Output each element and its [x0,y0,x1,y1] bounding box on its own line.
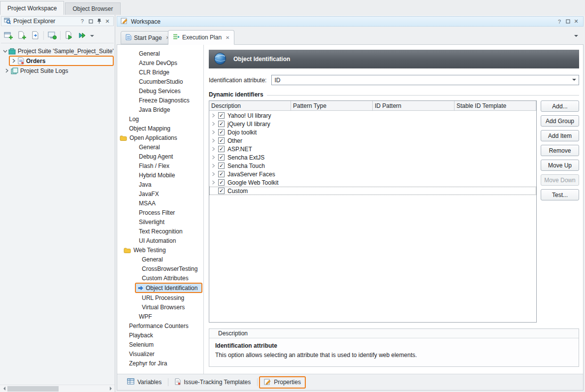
column-header[interactable]: Pattern Type [291,101,373,110]
options-nav-item[interactable]: UI Automation [117,236,203,245]
options-nav-item[interactable]: Custom Attributes [117,273,203,283]
action-button[interactable]: Add... [541,100,579,112]
options-nav-item[interactable]: URL Processing [117,293,203,302]
expand-chevron-icon[interactable] [211,130,216,134]
options-nav-item[interactable]: Virtual Browsers [117,302,203,312]
options-nav-item[interactable]: Azure DevOps [117,58,203,67]
options-nav-item[interactable]: Flash / Flex [117,161,203,170]
horizontal-scrollbar[interactable] [0,385,115,392]
toolbar-dropdown-caret-icon[interactable] [90,35,94,39]
options-nav-item[interactable]: JavaFX [117,189,203,198]
row-checkbox[interactable] [218,171,225,177]
tree-item-project-suite-logs[interactable]: Project Suite Logs [0,66,115,75]
expand-chevron-icon[interactable] [211,163,216,168]
tab-start-page[interactable]: Start Page ✕ [121,31,175,44]
tab-list-dropdown-icon[interactable] [574,35,578,39]
tab-execution-plan[interactable]: Execution Plan ✕ [168,30,234,45]
expand-chevron-icon[interactable] [211,122,216,126]
expand-chevron-icon[interactable] [211,172,216,176]
row-checkbox[interactable] [218,188,225,194]
close-icon[interactable]: ✕ [104,18,111,25]
table-row[interactable]: Sencha Touch [209,162,536,170]
expand-chevron-icon[interactable] [211,138,216,143]
options-nav-item[interactable]: CLR Bridge [117,67,203,77]
expand-chevron-icon[interactable] [211,147,216,151]
options-nav-item[interactable]: General [117,142,203,152]
run-test-icon[interactable] [63,29,75,41]
options-nav-item[interactable]: Open Applications [117,133,203,142]
options-nav-item[interactable]: Java Bridge [117,105,203,114]
chevron-down-icon[interactable] [3,49,7,53]
table-row[interactable]: JavaServer Faces [209,170,536,178]
options-nav-item[interactable]: Web Testing [117,245,203,255]
open-item-icon[interactable] [29,29,41,41]
row-checkbox[interactable] [218,137,225,144]
row-checkbox[interactable] [218,163,225,169]
identification-attribute-select[interactable]: ID [271,75,579,85]
row-checkbox[interactable] [218,179,225,186]
tree-item-project-suite[interactable]: Project Suite 'Sample_Project_Suite' (1 … [0,46,115,56]
action-button[interactable]: Remove [541,145,579,156]
app-tab[interactable]: Object Browser [65,2,120,15]
maximize-icon[interactable] [87,18,94,25]
options-nav-item[interactable]: Zephyr for Jira [117,359,203,368]
options-nav-item[interactable]: Performance Counters [117,321,203,330]
add-new-item-icon[interactable] [16,29,28,41]
row-checkbox[interactable] [218,121,225,127]
options-nav-item[interactable]: Log [117,114,203,124]
options-nav-item[interactable]: Visualizer [117,349,203,359]
options-nav-item[interactable]: Debug Agent [117,152,203,161]
tab-issue-tracking-templates[interactable]: Issue-Tracking Templates [170,376,256,389]
pin-icon[interactable] [96,18,102,25]
options-nav-item[interactable]: Text Recognition [117,227,203,236]
scroll-left-icon[interactable] [0,385,7,392]
tree-item-orders[interactable]: Orders [9,56,114,66]
action-button[interactable]: Add Item [541,130,579,141]
row-checkbox[interactable] [218,146,225,152]
options-nav-item[interactable]: Playback [117,330,203,340]
help-icon[interactable]: ? [556,18,563,25]
tab-variables[interactable]: Variables [122,376,166,388]
action-button[interactable]: Move Up [541,160,579,171]
table-row[interactable]: Google Web Toolkit [209,178,536,187]
row-checkbox[interactable] [218,112,225,119]
column-header[interactable]: Description [209,101,291,110]
app-tab[interactable]: Project Workspace [0,1,64,15]
table-row[interactable]: Other [209,136,536,145]
options-nav-item[interactable]: Hybrid Mobile [117,170,203,180]
scrollbar-thumb[interactable] [7,386,59,392]
close-icon[interactable]: ✕ [573,18,580,25]
help-icon[interactable]: ? [79,18,86,25]
column-header[interactable]: Stable ID Template [455,101,536,110]
table-row[interactable]: jQuery UI library [209,120,536,128]
options-nav-item[interactable]: Selenium [117,340,203,349]
action-button[interactable]: Add Group [541,115,579,127]
record-test-icon[interactable] [46,29,58,41]
expand-chevron-icon[interactable] [211,155,216,160]
options-nav-item[interactable]: CucumberStudio [117,77,203,86]
expand-chevron-icon[interactable] [211,180,216,185]
options-nav-item[interactable]: MSAA [117,198,203,208]
close-tab-icon[interactable]: ✕ [226,35,229,40]
options-nav-item[interactable]: Object Mapping [117,124,203,133]
options-nav-item[interactable]: Debug Services [117,86,203,96]
table-row[interactable]: Custom [209,187,536,195]
run-project-suite-icon[interactable] [76,29,88,41]
action-button[interactable]: Test... [541,189,579,200]
maximize-icon[interactable] [564,18,571,25]
table-row[interactable]: Yahoo! UI library [209,111,536,120]
options-nav-item[interactable]: Process Filter [117,208,203,217]
table-row[interactable]: ASP.NET [209,145,536,153]
options-nav-item[interactable]: Java [117,180,203,189]
expand-chevron-icon[interactable] [211,113,216,118]
scroll-right-icon[interactable] [107,385,115,392]
add-project-suite-icon[interactable] [2,29,15,41]
column-header[interactable]: ID Pattern [373,101,455,110]
options-nav-item[interactable]: CrossBrowserTesting [117,264,203,273]
options-nav-item[interactable]: Object Identification [135,283,202,293]
table-row[interactable]: Sencha ExtJS [209,153,536,162]
table-row[interactable]: Dojo toolkit [209,128,536,136]
options-nav-item[interactable]: Silverlight [117,217,203,227]
tab-properties[interactable]: Properties [259,376,306,389]
options-nav-item[interactable]: General [117,255,203,264]
